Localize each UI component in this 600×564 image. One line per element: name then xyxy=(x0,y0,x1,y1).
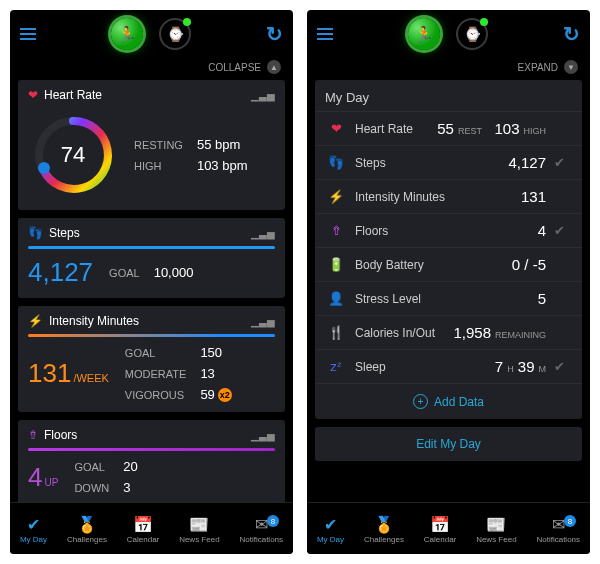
check-icon: ✔ xyxy=(324,517,337,533)
watch-icon[interactable] xyxy=(456,18,488,50)
chart-icon: ▁▃▅ xyxy=(251,228,275,239)
high-value: 103 bpm xyxy=(197,158,248,173)
floors-goal-value: 20 xyxy=(123,459,137,474)
intensity-icon: ⚡ xyxy=(325,189,347,204)
intensity-vigorous-value: 59 x2 xyxy=(200,387,231,402)
intensity-moderate-value: 13 xyxy=(200,366,231,381)
check-icon: ✔ xyxy=(27,517,40,533)
heart-rate-card[interactable]: ❤ Heart Rate ▁▃▅ xyxy=(18,80,285,210)
watch-icon[interactable] xyxy=(159,18,191,50)
plus-icon: + xyxy=(413,394,428,409)
notification-badge: 8 xyxy=(267,515,279,527)
intensity-value: 131/WEEK xyxy=(28,358,109,389)
resting-label: RESTING xyxy=(134,139,183,151)
tab-calendar[interactable]: 📅Calendar xyxy=(127,517,159,544)
intensity-goal-value: 150 xyxy=(200,345,231,360)
tab-news-feed[interactable]: 📰News Feed xyxy=(476,517,516,544)
steps-value: 4,127 xyxy=(28,257,93,288)
check-icon: ✔ xyxy=(554,223,572,238)
intensity-moderate-label: MODERATE xyxy=(125,368,187,380)
body-battery-icon: 🔋 xyxy=(325,257,347,272)
tab-my-day[interactable]: ✔My Day xyxy=(317,517,344,544)
row-floors[interactable]: ⇮ Floors 4 ✔ xyxy=(315,213,582,247)
phone-compact: ↻ EXPAND ▼ My Day ❤ Heart Rate 55REST 10… xyxy=(307,10,590,554)
chevron-down-icon: ▼ xyxy=(564,60,578,74)
steps-goal-label: GOAL xyxy=(109,267,140,279)
tab-bar: ✔My Day 🏅Challenges 📅Calendar 📰News Feed… xyxy=(307,502,590,554)
steps-card[interactable]: 👣 Steps ▁▃▅ 4,127 GOAL 10,000 xyxy=(18,218,285,298)
intensity-title: Intensity Minutes xyxy=(49,314,139,328)
phone-expanded: ↻ COLLAPSE ▲ ❤ Heart Rate ▁▃▅ xyxy=(10,10,293,554)
row-steps[interactable]: 👣 Steps 4,127 ✔ xyxy=(315,145,582,179)
floors-icon: ⇮ xyxy=(28,428,38,442)
tab-news-feed[interactable]: 📰News Feed xyxy=(179,517,219,544)
heart-rate-value: 74 xyxy=(28,110,118,200)
tab-notifications[interactable]: ✉8Notifications xyxy=(536,517,580,544)
expand-toggle[interactable]: EXPAND ▼ xyxy=(307,58,590,80)
mail-icon: ✉ xyxy=(255,517,268,533)
resting-value: 55 bpm xyxy=(197,137,248,152)
floors-value: 4UP xyxy=(28,462,58,493)
heart-icon: ❤ xyxy=(28,88,38,102)
chart-icon: ▁▃▅ xyxy=(251,316,275,327)
row-heart-rate[interactable]: ❤ Heart Rate 55REST 103HIGH xyxy=(315,111,582,145)
row-sleep[interactable]: zᶻ Sleep 7H 39M ✔ xyxy=(315,349,582,383)
row-body-battery[interactable]: 🔋 Body Battery 0 / -5 xyxy=(315,247,582,281)
row-stress[interactable]: 👤 Stress Level 5 xyxy=(315,281,582,315)
top-bar: ↻ xyxy=(10,10,293,58)
steps-title: Steps xyxy=(49,226,80,240)
steps-icon: 👣 xyxy=(325,155,347,170)
add-data-button[interactable]: + Add Data xyxy=(315,383,582,419)
heart-icon: ❤ xyxy=(325,121,347,136)
intensity-vigorous-label: VIGOROUS xyxy=(125,389,187,401)
heart-rate-ring: 74 xyxy=(28,110,118,200)
mail-icon: ✉ xyxy=(552,517,565,533)
floors-icon: ⇮ xyxy=(325,223,347,238)
heart-rate-stats: RESTING 55 bpm HIGH 103 bpm xyxy=(134,137,248,173)
row-calories[interactable]: 🍴 Calories In/Out 1,958REMAINING xyxy=(315,315,582,349)
sleep-icon: zᶻ xyxy=(325,359,347,374)
tab-bar: ✔My Day 🏅Challenges 📅Calendar 📰News Feed… xyxy=(10,502,293,554)
high-label: HIGH xyxy=(134,160,183,172)
check-icon: ✔ xyxy=(554,359,572,374)
feed-icon: 📰 xyxy=(486,517,506,533)
floors-goal-label: GOAL xyxy=(74,461,109,473)
menu-icon[interactable] xyxy=(317,28,333,40)
intensity-card[interactable]: ⚡ Intensity Minutes ▁▃▅ 131/WEEK GOAL 15… xyxy=(18,306,285,412)
tab-notifications[interactable]: ✉8Notifications xyxy=(239,517,283,544)
calories-icon: 🍴 xyxy=(325,325,347,340)
trophy-icon: 🏅 xyxy=(374,517,394,533)
chart-icon: ▁▃▅ xyxy=(251,90,275,101)
calendar-icon: 📅 xyxy=(133,517,153,533)
intensity-icon: ⚡ xyxy=(28,314,43,328)
floors-down-label: DOWN xyxy=(74,482,109,494)
feed-icon: 📰 xyxy=(189,517,209,533)
multiplier-badge: x2 xyxy=(218,388,232,402)
check-icon: ✔ xyxy=(554,155,572,170)
stress-icon: 👤 xyxy=(325,291,347,306)
calendar-icon: 📅 xyxy=(430,517,450,533)
steps-goal-value: 10,000 xyxy=(154,265,194,280)
floors-card[interactable]: ⇮ Floors ▁▃▅ 4UP GOAL 20 DOWN 3 xyxy=(18,420,285,502)
sync-icon[interactable]: ↻ xyxy=(563,22,580,46)
intensity-goal-label: GOAL xyxy=(125,347,187,359)
tab-challenges[interactable]: 🏅Challenges xyxy=(67,517,107,544)
chevron-up-icon: ▲ xyxy=(267,60,281,74)
edit-my-day-button[interactable]: Edit My Day xyxy=(315,427,582,461)
row-intensity[interactable]: ⚡ Intensity Minutes 131 xyxy=(315,179,582,213)
floors-down-value: 3 xyxy=(123,480,137,495)
menu-icon[interactable] xyxy=(20,28,36,40)
tab-calendar[interactable]: 📅Calendar xyxy=(424,517,456,544)
steps-icon: 👣 xyxy=(28,226,43,240)
avatar-icon[interactable] xyxy=(408,18,440,50)
avatar-icon[interactable] xyxy=(111,18,143,50)
tab-my-day[interactable]: ✔My Day xyxy=(20,517,47,544)
sync-icon[interactable]: ↻ xyxy=(266,22,283,46)
panel-title: My Day xyxy=(315,80,582,111)
collapse-toggle[interactable]: COLLAPSE ▲ xyxy=(10,58,293,80)
floors-title: Floors xyxy=(44,428,77,442)
trophy-icon: 🏅 xyxy=(77,517,97,533)
cards-scroll: ❤ Heart Rate ▁▃▅ xyxy=(10,80,293,502)
tab-challenges[interactable]: 🏅Challenges xyxy=(364,517,404,544)
chart-icon: ▁▃▅ xyxy=(251,430,275,441)
